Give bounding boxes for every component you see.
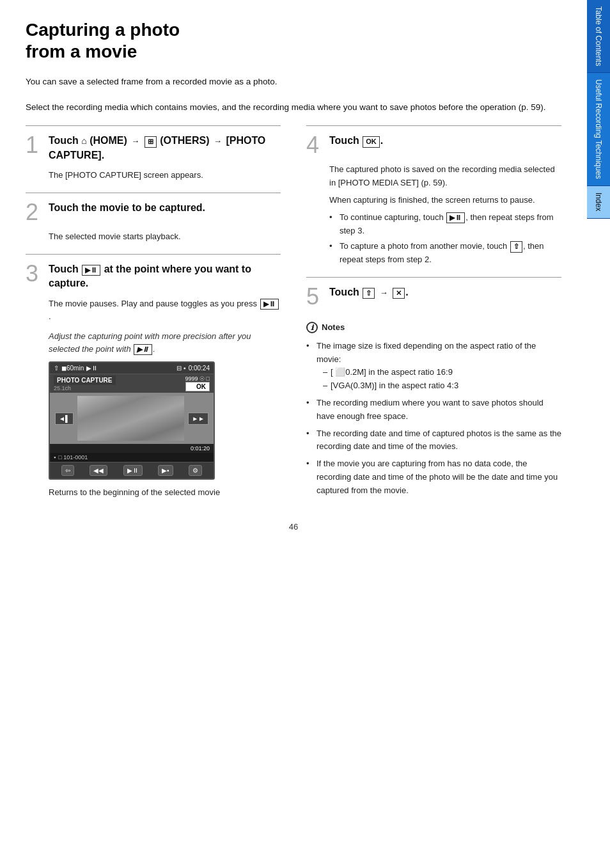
note-sub-1-2: [VGA(0.3M)] in the aspect ratio 4:3 [323,379,561,393]
cam-photo-label: PHOTO CAPTURE [54,375,116,385]
cam-timestamp-bar: 0:01:20 [50,444,214,453]
step-5-title: Touch ⇧ → ✕. [329,285,561,299]
cam-counter: 9999 ☉ □ [185,375,210,382]
step-3-number: 3 [26,262,43,285]
step-2-title: Touch the movie to be captured. [49,201,281,215]
step-4-bullet-2: To capture a photo from another movie, t… [329,240,561,267]
cam-id-bar: ▪ □ 101-0001 [50,453,214,462]
page-number: 46 [26,522,561,532]
step-4-body: The captured photo is saved on the recor… [329,163,561,267]
cam-sub-label: 25.1ch [54,385,116,391]
cam-icon-play-pause: ▶⏸ [86,365,98,372]
sidebar-tab-recording[interactable]: Useful Recording Techniques [587,73,610,186]
step-2-section: 2 Touch the movie to be captured. The se… [26,193,281,244]
returns-note: Returns to the beginning of the selected… [49,486,281,499]
sidebar: Table of Contents Useful Recording Techn… [587,0,610,868]
step-4-section: 4 Touch OK. The captured photo is saved … [306,125,561,267]
cam-main-view: ◄▌ ►► [50,393,214,444]
cam-right-nav[interactable]: ►► [188,413,208,425]
cam-left-nav[interactable]: ◄▌ [55,413,74,425]
cam-ctrl-rewind[interactable]: ◀◀ [90,465,107,476]
note-sub-1-1: [ ⬜0.2M] in the aspect ratio 16:9 [323,366,561,379]
cam-id-icon: ▪ [54,454,56,461]
cam-label-bar: PHOTO CAPTURE 25.1ch 9999 ☉ □ OK [50,374,214,393]
step-1-section: 1 Touch ⌂ (HOME) → ⊞ (OTHERS) → [PHOTO C… [26,125,281,182]
page-title: Capturing a photo from a movie [26,19,561,62]
step-3-title: Touch ▶⏸ at the point where you want to … [49,262,281,291]
sidebar-tab-index[interactable]: Index [587,186,610,218]
step-1-title: Touch ⌂ (HOME) → ⊞ (OTHERS) → [PHOTO CAP… [49,134,281,162]
note-item-4: If the movie you are capturing from has … [306,457,561,497]
notes-icon: ℹ [306,322,318,333]
cam-top-bar-left: ⇧ ◼60min ▶⏸ [54,365,98,372]
cam-top-bar: ⇧ ◼60min ▶⏸ ⊟ ▪ 0:00:24 [50,363,214,374]
step-3-sub-note: Adjust the capturing point with more pre… [49,330,281,355]
step-4-bullet-1: To continue capturing, touch ▶⏸, then re… [329,211,561,238]
step-2-number: 2 [26,201,43,224]
cam-top-bar-right: ⊟ ▪ 0:00:24 [176,365,210,372]
cam-image-area [77,396,184,441]
note-item-2: The recording medium where you want to s… [306,397,561,423]
intro-text-2: Select the recording media which contain… [26,100,561,114]
step-3-section: 3 Touch ▶⏸ at the point where you want t… [26,254,281,499]
cam-icon-battery: ◼60min [61,365,84,372]
cam-ok-btn[interactable]: OK [185,382,210,391]
intro-text-1: You can save a selected frame from a rec… [26,75,561,89]
step-2-body: The selected movie starts playback. [49,230,281,244]
cam-time: 0:00:24 [189,365,210,372]
cam-ctrl-play-pause[interactable]: ▶⏸ [123,465,143,476]
step-1-body: The [PHOTO CAPTURE] screen appears. [49,169,281,182]
step-4-number: 4 [306,134,324,157]
note-item-3: The recording date and time of captured … [306,427,561,454]
cam-id-label: □ 101-0001 [58,454,88,461]
step-5-section: 5 Touch ⇧ → ✕. [306,277,561,308]
cam-controls-bar: ⇦ ◀◀ ▶⏸ ▶▪ ⚙ [50,462,214,478]
note-sub-list-1: [ ⬜0.2M] in the aspect ratio 16:9 [VGA(0… [323,366,561,393]
step-3-body: The movie pauses. Play and pause toggles… [49,297,281,324]
cam-ctrl-return[interactable]: ⇦ [61,465,74,476]
cam-timestamp: 0:01:20 [191,445,210,452]
step-4-bullets: To continue capturing, touch ▶⏸, then re… [329,211,561,267]
cam-ctrl-forward[interactable]: ▶▪ [158,465,173,476]
cam-icon-return: ⇧ [54,365,59,372]
note-item-1: The image size is fixed depending on the… [306,340,561,393]
notes-section: ℹ Notes The image size is fixed dependin… [306,321,561,498]
cam-icon-grid: ⊟ ▪ [176,365,185,372]
camera-screen: ⇧ ◼60min ▶⏸ ⊟ ▪ 0:00:24 PHOTO CAPT [49,361,215,480]
step-4-title: Touch OK. [329,134,561,148]
notes-list: The image size is fixed depending on the… [306,340,561,498]
cam-ctrl-settings[interactable]: ⚙ [189,465,202,476]
step-5-number: 5 [306,285,324,308]
step-1-number: 1 [26,134,43,157]
sidebar-tab-toc[interactable]: Table of Contents [587,0,610,73]
notes-header: ℹ Notes [306,321,561,335]
